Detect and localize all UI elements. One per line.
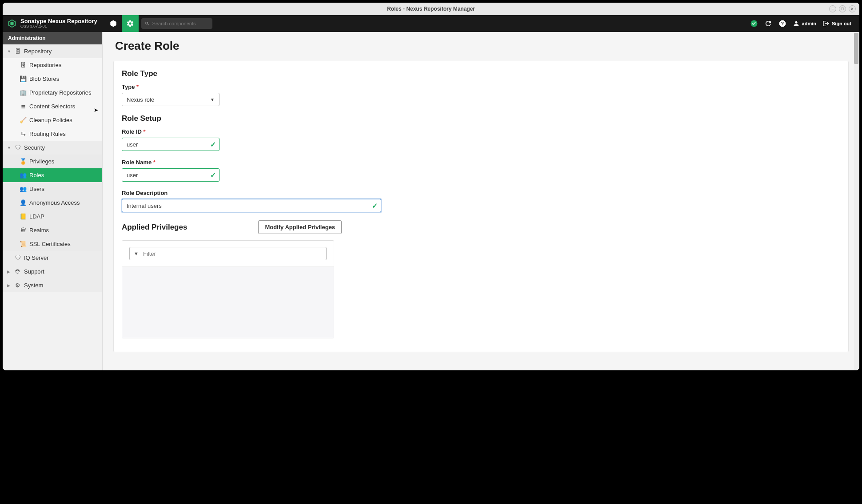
chevron-right-icon: ▶ bbox=[7, 283, 12, 288]
applied-privileges-heading: Applied Privileges bbox=[122, 223, 187, 232]
sidebar-item-label: IQ Server bbox=[24, 254, 49, 261]
lifebuoy-icon: ⛑ bbox=[14, 268, 21, 275]
privilege-filter-input[interactable] bbox=[129, 247, 327, 260]
sidebar-item-repository[interactable]: ▼ 🗄 Repository bbox=[3, 44, 102, 58]
brand: Sonatype Nexus Repository OSS 3.67.1-01 bbox=[7, 18, 105, 29]
admin-icon[interactable] bbox=[122, 15, 139, 32]
privilege-list bbox=[122, 267, 334, 338]
cylinder-icon: 🗄 bbox=[14, 48, 21, 55]
chevron-down-icon: ▼ bbox=[7, 146, 12, 150]
sidebar-item-ldap[interactable]: 📒LDAP bbox=[3, 210, 102, 223]
sidebar-item-label: Users bbox=[29, 186, 44, 192]
sidebar-item-label: Roles bbox=[29, 172, 44, 179]
sidebar-item-label: Proprietary Repositories bbox=[29, 89, 91, 96]
sidebar-item-label: Cleanup Policies bbox=[29, 117, 72, 123]
svg-text:?: ? bbox=[781, 21, 783, 26]
sidebar-item-privileges[interactable]: 🏅Privileges bbox=[3, 155, 102, 168]
brush-icon: 🧹 bbox=[20, 117, 27, 123]
gear-icon: ⚙ bbox=[14, 282, 21, 289]
sidebar-item-label: Realms bbox=[29, 227, 49, 234]
sidebar-item-users[interactable]: 👥Users bbox=[3, 182, 102, 196]
brand-logo-icon bbox=[7, 19, 17, 28]
type-select[interactable]: Nexus role ▼ bbox=[122, 93, 219, 106]
sidebar-item-label: Anonymous Access bbox=[29, 199, 80, 206]
sidebar: Administration ▼ 🗄 Repository 🗄Repositor… bbox=[3, 32, 103, 370]
sidebar-item-label: System bbox=[24, 282, 43, 289]
sidebar-item-routing[interactable]: ⇆Routing Rules bbox=[3, 127, 102, 141]
castle-icon: 🏛 bbox=[20, 227, 27, 234]
drive-icon: 💾 bbox=[20, 75, 27, 82]
badge-icon: 🏅 bbox=[20, 158, 27, 165]
help-icon[interactable]: ? bbox=[778, 20, 786, 28]
sidebar-item-security[interactable]: ▼ 🛡 Security bbox=[3, 141, 102, 155]
user-icon: 👤 bbox=[20, 199, 27, 206]
refresh-icon[interactable] bbox=[764, 20, 772, 28]
role-name-input[interactable] bbox=[122, 168, 219, 182]
sidebar-item-system[interactable]: ▶ ⚙ System bbox=[3, 278, 102, 292]
check-icon: ✓ bbox=[210, 140, 216, 149]
sidebar-item-realms[interactable]: 🏛Realms bbox=[3, 223, 102, 237]
sidebar-item-label: Privileges bbox=[29, 158, 54, 165]
building-icon: 🏢 bbox=[20, 89, 27, 96]
main-content: Create Role Role Type Type * Nexus role … bbox=[103, 32, 859, 370]
book-icon: 📒 bbox=[20, 213, 27, 220]
page-title: Create Role bbox=[103, 32, 859, 61]
username-label: admin bbox=[802, 21, 816, 26]
scrollbar[interactable] bbox=[854, 32, 858, 370]
maximize-button[interactable]: □ bbox=[839, 5, 846, 12]
type-value: Nexus role bbox=[127, 96, 154, 103]
shield-icon: 🛡 bbox=[14, 254, 21, 261]
sidebar-item-label: LDAP bbox=[29, 213, 44, 220]
sidebar-item-anonymous[interactable]: 👤Anonymous Access bbox=[3, 196, 102, 210]
sidebar-item-support[interactable]: ▶ ⛑ Support bbox=[3, 265, 102, 278]
users-icon: 👥 bbox=[20, 186, 27, 192]
layers-icon: ≣ bbox=[20, 103, 27, 110]
search-box[interactable] bbox=[141, 18, 212, 29]
brand-title: Sonatype Nexus Repository bbox=[20, 18, 97, 24]
sidebar-header: Administration bbox=[3, 32, 102, 44]
search-input[interactable] bbox=[152, 21, 209, 26]
sidebar-item-roles[interactable]: 👥Roles bbox=[3, 168, 102, 182]
signpost-icon: ⇆ bbox=[20, 131, 27, 137]
shield-icon: 🛡 bbox=[14, 144, 21, 151]
role-description-label: Role Description bbox=[122, 190, 840, 196]
signout-label: Sign out bbox=[832, 21, 851, 26]
role-description-input[interactable] bbox=[122, 199, 381, 212]
user-icon bbox=[793, 20, 800, 27]
browse-icon[interactable] bbox=[105, 15, 122, 32]
sidebar-item-repositories[interactable]: 🗄Repositories bbox=[3, 58, 102, 72]
sidebar-item-label: Repository bbox=[24, 48, 52, 55]
sidebar-item-ssl[interactable]: 📜SSL Certificates bbox=[3, 237, 102, 251]
form-panel: Role Type Type * Nexus role ▼ Role Setup… bbox=[113, 61, 849, 352]
certificate-icon: 📜 bbox=[20, 241, 27, 247]
sidebar-item-blobstores[interactable]: 💾Blob Stores bbox=[3, 72, 102, 86]
chevron-down-icon: ▼ bbox=[210, 97, 215, 102]
titlebar: Roles - Nexus Repository Manager – □ × bbox=[3, 3, 859, 15]
topbar: Sonatype Nexus Repository OSS 3.67.1-01 … bbox=[3, 15, 859, 32]
sidebar-item-iqserver[interactable]: 🛡 IQ Server bbox=[3, 251, 102, 265]
brand-version: OSS 3.67.1-01 bbox=[20, 24, 97, 29]
modify-privileges-button[interactable]: Modify Applied Privileges bbox=[258, 220, 342, 234]
sidebar-item-contentselectors[interactable]: ≣Content Selectors bbox=[3, 99, 102, 113]
sidebar-item-proprietary[interactable]: 🏢Proprietary Repositories bbox=[3, 86, 102, 99]
sidebar-item-label: Support bbox=[24, 268, 44, 275]
signout-button[interactable]: Sign out bbox=[822, 20, 851, 27]
user-menu[interactable]: admin bbox=[793, 20, 816, 27]
check-icon: ✓ bbox=[210, 171, 216, 179]
role-id-input[interactable] bbox=[122, 138, 219, 151]
sidebar-item-cleanup[interactable]: 🧹Cleanup Policies bbox=[3, 113, 102, 127]
status-ok-icon[interactable] bbox=[750, 20, 758, 28]
filter-icon: ▼ bbox=[134, 251, 139, 256]
sidebar-item-label: Security bbox=[24, 144, 45, 151]
close-button[interactable]: × bbox=[849, 5, 856, 12]
minimize-button[interactable]: – bbox=[829, 5, 836, 12]
window-title: Roles - Nexus Repository Manager bbox=[387, 6, 475, 12]
sidebar-item-label: Routing Rules bbox=[29, 131, 66, 137]
sidebar-item-label: Blob Stores bbox=[29, 75, 59, 82]
cylinder-icon: 🗄 bbox=[20, 62, 27, 68]
chevron-down-icon: ▼ bbox=[7, 49, 12, 54]
scrollbar-thumb[interactable] bbox=[854, 33, 858, 64]
signout-icon bbox=[822, 20, 830, 27]
role-type-heading: Role Type bbox=[122, 69, 840, 78]
role-name-label: Role Name * bbox=[122, 159, 840, 166]
